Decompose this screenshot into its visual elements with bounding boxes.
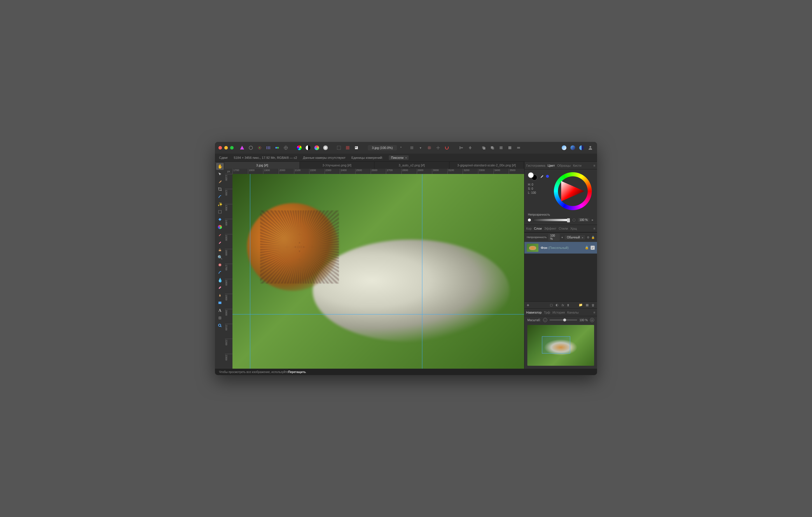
dodge-tool[interactable]: 🔍 xyxy=(216,254,224,261)
selection-icon[interactable] xyxy=(336,145,342,151)
grid-icon[interactable] xyxy=(426,145,433,151)
adjust-icon[interactable]: ◐ xyxy=(556,303,558,307)
mask-icon[interactable]: ▢ xyxy=(550,303,553,307)
vignette-icon[interactable] xyxy=(322,145,329,151)
opacity-slider[interactable] xyxy=(533,219,570,221)
canvas[interactable] xyxy=(232,174,524,369)
tab-channels[interactable]: Каналы xyxy=(567,311,579,314)
ruler-horizontal[interactable]: 1700180019002000210022002300240025002600… xyxy=(232,169,524,174)
lock-icon[interactable]: 🔒 xyxy=(591,236,595,239)
pen-tool[interactable] xyxy=(216,292,224,299)
add-pixel-icon[interactable]: ▦ xyxy=(586,303,588,307)
visibility-checkbox[interactable]: ✓ xyxy=(591,246,595,250)
gradient-tool[interactable] xyxy=(216,223,224,231)
align-center-icon[interactable] xyxy=(467,145,473,151)
paint-brush-tool[interactable] xyxy=(216,231,224,238)
erase-tool[interactable] xyxy=(216,239,224,246)
persona-develop-icon[interactable] xyxy=(265,145,271,151)
color-wheel[interactable] xyxy=(554,172,592,210)
eyedropper-icon[interactable] xyxy=(540,174,544,178)
live-filter-icon[interactable]: ⧗ xyxy=(567,303,569,307)
units-select[interactable]: Пиксели xyxy=(389,155,409,160)
flood-select-tool[interactable]: ✨ xyxy=(216,201,224,208)
doc-tab-3[interactable]: 3-gigapixel-standard-scale-2_00x.png [И] xyxy=(450,162,524,169)
text-tool[interactable]: A xyxy=(216,307,224,314)
blend-mode-select[interactable]: Обычный xyxy=(565,235,585,240)
lut-icon[interactable] xyxy=(314,145,320,151)
quickfx-3-icon[interactable] xyxy=(578,145,585,151)
group-icon[interactable]: 📁 xyxy=(579,303,583,307)
tab-brushes[interactable]: Кисти xyxy=(573,164,581,167)
tab-color[interactable]: Цвет xyxy=(548,164,555,167)
zoom-tool[interactable] xyxy=(216,322,224,329)
marquee-tool[interactable] xyxy=(216,208,224,215)
minimize-button[interactable] xyxy=(224,146,228,150)
tab-history[interactable]: История xyxy=(552,311,565,314)
fx-icon[interactable]: fx xyxy=(561,303,564,307)
refine-icon[interactable] xyxy=(353,145,359,151)
layer-row[interactable]: Фон (Пиксельный) 🔒 ✓ xyxy=(524,242,597,253)
guides-icon[interactable] xyxy=(435,145,441,151)
opacity-dropdown-icon[interactable]: ▸ xyxy=(592,218,593,222)
tab-styles[interactable]: Стили xyxy=(559,227,568,230)
arrange-5-icon[interactable] xyxy=(515,145,522,151)
ruler-unit[interactable]: px xyxy=(225,169,232,174)
adjustment-icon[interactable] xyxy=(296,145,302,151)
blur-tool[interactable]: 💧 xyxy=(216,277,224,283)
layer-blend-icon[interactable]: ◈ xyxy=(527,303,529,307)
navigator-viewport[interactable] xyxy=(542,336,570,354)
panel-menu-icon[interactable]: ≡ xyxy=(593,227,595,230)
tab-transform[interactable]: Трф xyxy=(544,311,550,314)
guide-horizontal[interactable] xyxy=(232,314,524,314)
panel-menu-icon[interactable]: ≡ xyxy=(593,164,595,167)
bw-icon[interactable] xyxy=(305,145,311,151)
tab-stock[interactable]: Хрщ xyxy=(570,227,577,230)
gear-icon[interactable]: ⚙ xyxy=(587,236,589,239)
color-picker-tool[interactable] xyxy=(216,178,224,185)
persona-export-icon[interactable] xyxy=(283,145,289,151)
arrange-2-icon[interactable] xyxy=(489,145,496,151)
navigator-preview[interactable] xyxy=(527,325,594,366)
smudge-tool[interactable] xyxy=(216,269,224,276)
tab-effects[interactable]: Эффект xyxy=(544,227,556,230)
tab-layers[interactable]: Слои xyxy=(534,227,542,230)
tab-adjustments[interactable]: Кор xyxy=(526,227,532,230)
doc-tab-1[interactable]: 3-Улучшено.png [И] xyxy=(300,162,375,169)
selection-brush-tool[interactable] xyxy=(216,193,224,200)
delete-icon[interactable]: 🗑 xyxy=(591,303,595,307)
color-swatches[interactable] xyxy=(528,172,537,180)
doc-tab-0[interactable]: 3.jpg [И] xyxy=(225,162,300,169)
guide-vertical[interactable] xyxy=(250,174,250,369)
account-icon[interactable] xyxy=(587,145,593,151)
tab-histogram[interactable]: Гистограмма xyxy=(526,164,545,167)
zoom-slider[interactable] xyxy=(550,320,577,321)
recent-color[interactable] xyxy=(546,175,549,178)
dropdown-icon[interactable]: ▾ xyxy=(417,145,424,151)
maximize-button[interactable] xyxy=(230,146,234,150)
quickfx-2-icon[interactable] xyxy=(570,145,576,151)
crop-tool[interactable] xyxy=(216,186,224,193)
quickmask-icon[interactable] xyxy=(344,145,351,151)
arrange-3-icon[interactable] xyxy=(498,145,504,151)
panel-menu-icon[interactable]: ≡ xyxy=(593,311,595,314)
healing-tool[interactable] xyxy=(216,284,224,291)
snap-icon[interactable] xyxy=(444,145,450,151)
zoom-in-icon[interactable]: + xyxy=(590,318,594,322)
ruler-vertical[interactable]: 1100120013001400150016001700180019002000… xyxy=(225,174,232,369)
move-tool[interactable] xyxy=(216,171,224,178)
rectangle-tool[interactable] xyxy=(216,299,224,306)
inpaint-tool[interactable] xyxy=(216,262,224,268)
quickfx-1-icon[interactable] xyxy=(561,145,567,151)
layer-opacity-value[interactable]: 100 % xyxy=(548,234,560,241)
arrange-1-icon[interactable] xyxy=(481,145,487,151)
hand-tool[interactable]: ✋ xyxy=(216,163,224,170)
persona-tone-icon[interactable] xyxy=(274,145,280,151)
zoom-out-icon[interactable]: − xyxy=(543,318,547,322)
flood-fill-tool[interactable] xyxy=(216,216,224,223)
opacity-value[interactable]: 100 % xyxy=(578,218,589,222)
mesh-tool[interactable] xyxy=(216,314,224,322)
close-button[interactable] xyxy=(219,146,222,150)
arrange-4-icon[interactable] xyxy=(506,145,513,151)
persona-photo-icon[interactable] xyxy=(248,145,254,151)
tab-navigator[interactable]: Навигатор xyxy=(526,311,542,314)
